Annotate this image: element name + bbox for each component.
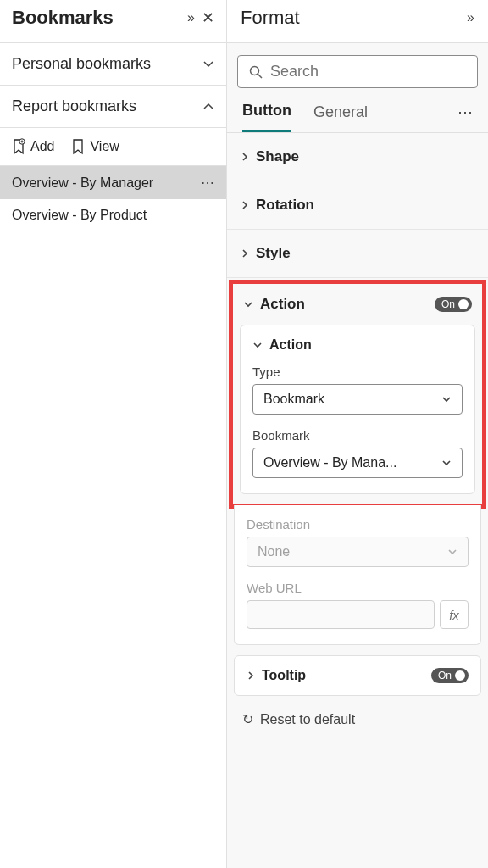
chevron-right-icon bbox=[241, 200, 249, 210]
toggle-on-label: On bbox=[441, 298, 455, 310]
rotation-group[interactable]: Rotation bbox=[227, 181, 488, 230]
toggle-on-label: On bbox=[438, 670, 452, 682]
add-bookmark-button[interactable]: Add bbox=[12, 138, 54, 155]
bookmark-view-icon bbox=[71, 138, 85, 155]
collapse-panel-icon[interactable]: » bbox=[187, 10, 195, 25]
action-highlight: Action On Action Type Bookmark bbox=[229, 280, 486, 509]
chevron-down-icon bbox=[252, 341, 263, 349]
bookmarks-title: Bookmarks bbox=[12, 7, 114, 29]
chevron-down-icon bbox=[441, 395, 452, 403]
reset-icon: ↻ bbox=[242, 711, 253, 727]
destination-value: None bbox=[258, 544, 290, 559]
weburl-input bbox=[247, 600, 435, 629]
style-group[interactable]: Style bbox=[227, 230, 488, 278]
type-select[interactable]: Bookmark bbox=[252, 384, 463, 415]
format-title: Format bbox=[241, 7, 300, 29]
report-bookmarks-section[interactable]: Report bookmarks bbox=[0, 86, 226, 128]
toggle-knob-icon bbox=[458, 299, 469, 309]
bookmark-item-label: Overview - By Product bbox=[12, 208, 147, 223]
bookmark-actions: Add View bbox=[0, 128, 226, 166]
chevron-up-icon bbox=[202, 101, 214, 113]
action-group-header[interactable]: Action On bbox=[233, 284, 482, 325]
personal-bookmarks-section[interactable]: Personal bookmarks bbox=[0, 43, 226, 86]
type-label: Type bbox=[252, 364, 463, 379]
rotation-label: Rotation bbox=[256, 197, 314, 214]
format-tabs: Button General ⋯ bbox=[227, 93, 488, 133]
chevron-down-icon bbox=[441, 459, 452, 467]
search-box[interactable] bbox=[237, 55, 478, 88]
add-label: Add bbox=[30, 139, 54, 154]
bookmark-field-label: Bookmark bbox=[252, 428, 463, 442]
bookmarks-header: Bookmarks » ✕ bbox=[0, 0, 226, 43]
tooltip-label: Tooltip bbox=[262, 668, 306, 683]
chevron-right-icon bbox=[241, 248, 249, 259]
shape-label: Shape bbox=[256, 148, 299, 165]
chevron-right-icon bbox=[241, 152, 249, 162]
weburl-label: Web URL bbox=[247, 581, 469, 595]
chevron-down-icon bbox=[243, 300, 253, 309]
tab-general[interactable]: General bbox=[313, 103, 368, 131]
fx-label: fx bbox=[449, 608, 459, 622]
bookmark-item[interactable]: Overview - By Manager ⋯ bbox=[0, 166, 226, 199]
chevron-down-icon bbox=[202, 58, 214, 70]
destination-label: Destination bbox=[247, 517, 469, 531]
reset-to-default[interactable]: ↻ Reset to default bbox=[227, 696, 488, 743]
search-wrap bbox=[227, 43, 488, 93]
tab-button[interactable]: Button bbox=[242, 102, 291, 132]
bookmark-item-label: Overview - By Manager bbox=[12, 175, 153, 191]
shape-group[interactable]: Shape bbox=[227, 133, 488, 181]
style-label: Style bbox=[256, 245, 291, 262]
action-sub-label: Action bbox=[269, 337, 312, 353]
chevron-down-icon bbox=[447, 548, 458, 556]
bookmark-add-icon bbox=[12, 138, 25, 155]
action-card-lower: Destination None Web URL fx bbox=[234, 505, 481, 645]
format-header: Format » bbox=[227, 0, 488, 43]
action-header-left: Action bbox=[243, 296, 305, 313]
format-panel: Format » Button General ⋯ Shape Rotation bbox=[227, 0, 488, 868]
action-card: Action Type Bookmark Bookmark Overview -… bbox=[240, 325, 475, 494]
bookmark-item[interactable]: Overview - By Product bbox=[0, 199, 226, 231]
tooltip-group[interactable]: Tooltip On bbox=[234, 655, 481, 696]
bookmark-value: Overview - By Mana... bbox=[263, 455, 396, 470]
weburl-row: fx bbox=[247, 600, 469, 629]
search-input[interactable] bbox=[270, 63, 467, 81]
format-body: Shape Rotation Style Action bbox=[227, 133, 488, 868]
tooltip-toggle[interactable]: On bbox=[431, 668, 469, 683]
bookmark-select[interactable]: Overview - By Mana... bbox=[252, 448, 463, 478]
close-icon[interactable]: ✕ bbox=[202, 8, 214, 27]
tooltip-left: Tooltip bbox=[247, 668, 306, 683]
reset-label: Reset to default bbox=[260, 712, 355, 727]
search-icon bbox=[248, 64, 263, 80]
bookmarks-header-icons: » ✕ bbox=[187, 8, 214, 27]
bookmark-list: Overview - By Manager ⋯ Overview - By Pr… bbox=[0, 166, 226, 231]
chevron-right-icon bbox=[247, 670, 255, 681]
view-bookmark-button[interactable]: View bbox=[71, 138, 119, 155]
toggle-knob-icon bbox=[455, 670, 465, 681]
type-value: Bookmark bbox=[263, 392, 324, 407]
action-subheader[interactable]: Action bbox=[252, 337, 463, 353]
destination-select: None bbox=[247, 537, 469, 567]
bookmarks-panel: Bookmarks » ✕ Personal bookmarks Report … bbox=[0, 0, 227, 868]
personal-bookmarks-label: Personal bookmarks bbox=[12, 55, 151, 73]
view-label: View bbox=[90, 139, 119, 154]
svg-point-1 bbox=[251, 66, 259, 75]
action-label: Action bbox=[260, 296, 305, 313]
fx-button[interactable]: fx bbox=[440, 600, 469, 629]
collapse-panel-icon[interactable]: » bbox=[467, 10, 474, 25]
tabs-more-icon[interactable]: ⋯ bbox=[458, 103, 473, 131]
more-options-icon[interactable]: ⋯ bbox=[201, 175, 214, 191]
action-toggle[interactable]: On bbox=[435, 297, 472, 312]
report-bookmarks-label: Report bookmarks bbox=[12, 97, 136, 115]
